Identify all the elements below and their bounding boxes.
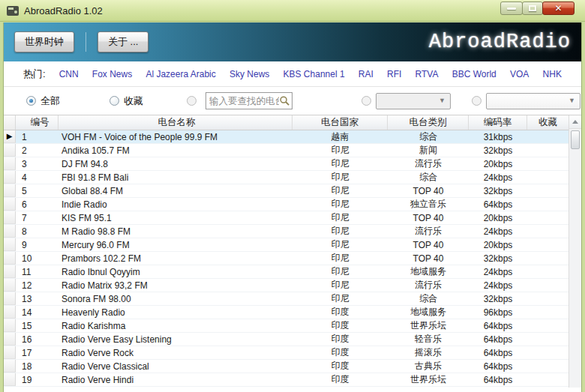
cell-bitrate: 24kbps bbox=[469, 279, 527, 292]
hot-link-voa[interactable]: VOA bbox=[510, 69, 529, 79]
row-selector-cell[interactable] bbox=[4, 265, 16, 278]
filter-category-radio[interactable] bbox=[472, 96, 482, 106]
cell-number: 13 bbox=[16, 292, 58, 305]
header-station-name[interactable]: 电台名称 bbox=[58, 115, 292, 130]
scrollbar-thumb[interactable] bbox=[571, 130, 580, 149]
filter-country-radio[interactable] bbox=[362, 96, 371, 106]
radio-disabled-icon bbox=[472, 96, 482, 106]
about-button[interactable]: 关于 ... bbox=[98, 31, 148, 52]
table-row[interactable]: 7 KIS FM 95.1 印尼 TOP 40 20kbps bbox=[4, 211, 568, 225]
hot-link-rai[interactable]: RAI bbox=[358, 69, 374, 79]
header-bitrate[interactable]: 编码率 bbox=[469, 115, 527, 130]
cell-country: 印尼 bbox=[292, 279, 388, 292]
table-row[interactable]: 18 Radio Verve Classical 印度 古典乐 64kbps bbox=[4, 360, 568, 373]
table-row[interactable]: 12 Radio Matrix 93,2 FM 印尼 流行乐 24kbps bbox=[4, 279, 568, 292]
table-row[interactable]: 17 Radio Verve Rock 印度 摇滚乐 64kbps bbox=[4, 346, 568, 360]
row-selector-cell[interactable] bbox=[4, 319, 16, 332]
close-button[interactable]: ✕ bbox=[542, 1, 574, 15]
cell-station-name: Heavenly Radio bbox=[58, 306, 292, 319]
filter-favorites-radio[interactable]: 收藏 bbox=[110, 94, 143, 108]
row-selector-cell[interactable] bbox=[4, 238, 16, 251]
row-selector-cell[interactable] bbox=[4, 279, 16, 292]
hot-link-al-jazeera-arabic[interactable]: Al Jazeera Arabic bbox=[146, 69, 215, 79]
cell-category: 综合 bbox=[388, 130, 469, 143]
cell-favorite bbox=[527, 130, 568, 143]
station-search-input[interactable] bbox=[209, 96, 279, 106]
cell-country: 印尼 bbox=[292, 144, 388, 157]
header-country[interactable]: 电台国家 bbox=[292, 115, 388, 130]
table-row[interactable]: 3 DJ FM 94.8 印尼 流行乐 20kbps bbox=[4, 157, 568, 171]
cell-number: 15 bbox=[16, 319, 58, 332]
hot-link-rfi[interactable]: RFI bbox=[387, 69, 401, 79]
header-category[interactable]: 电台类别 bbox=[388, 115, 469, 130]
cell-favorite bbox=[527, 211, 568, 224]
hot-link-fox-news[interactable]: Fox News bbox=[92, 69, 132, 79]
row-selector-cell[interactable] bbox=[4, 306, 16, 319]
table-row[interactable]: 10 Prambors 102.2 FM 印尼 TOP 40 32kbps bbox=[4, 252, 568, 265]
table-row[interactable]: 15 Radio Karishma 印度 世界乐坛 64kbps bbox=[4, 319, 568, 333]
table-row[interactable]: ▶ 1 VOH FM - Voice of the People 99.9 FM… bbox=[4, 130, 568, 144]
row-selector-cell[interactable] bbox=[4, 225, 16, 238]
cell-country: 印度 bbox=[292, 319, 388, 332]
cell-favorite bbox=[527, 279, 568, 292]
cell-country: 印度 bbox=[292, 360, 388, 373]
window-content: 世界时钟 关于 ... AbroadRadio 热门: CNNFox NewsA… bbox=[3, 22, 582, 392]
row-selector-cell[interactable] bbox=[4, 346, 16, 359]
table-row[interactable]: 6 Indie Radio 印尼 独立音乐 64kbps bbox=[4, 198, 568, 211]
search-magnifier-icon[interactable] bbox=[279, 95, 290, 106]
close-icon: ✕ bbox=[554, 3, 562, 13]
table-row[interactable]: 4 FBI 91.8 FM Bali 印尼 综合 24kbps bbox=[4, 171, 568, 184]
cell-bitrate: 24kbps bbox=[469, 225, 527, 238]
cell-country: 越南 bbox=[292, 130, 388, 143]
table-row[interactable]: 8 M Radio 98.8 FM 印尼 流行乐 24kbps bbox=[4, 225, 568, 238]
title-bar[interactable]: AbroadRadio 1.02 ✕ bbox=[0, 0, 585, 22]
maximize-button[interactable] bbox=[522, 1, 543, 15]
world-clock-button[interactable]: 世界时钟 bbox=[14, 31, 74, 52]
row-selector-cell[interactable] bbox=[4, 144, 16, 157]
table-row[interactable]: 2 Andika 105.7 FM 印尼 新闻 32kbps bbox=[4, 144, 568, 157]
category-dropdown[interactable]: ▼ bbox=[486, 93, 580, 109]
table-row[interactable]: 13 Sonora FM 98.00 印尼 综合 32kbps bbox=[4, 292, 568, 306]
table-row[interactable]: 14 Heavenly Radio 印度 地域服务 96kbps bbox=[4, 306, 568, 319]
country-dropdown[interactable]: ▼ bbox=[376, 93, 451, 109]
hot-link-cnn[interactable]: CNN bbox=[59, 69, 79, 79]
table-row[interactable]: 11 Radio Ibnul Qoyyim 印尼 地域服务 24kbps bbox=[4, 265, 568, 279]
row-selector-cell[interactable] bbox=[4, 252, 16, 265]
cell-station-name: Radio Karishma bbox=[58, 319, 292, 332]
row-selector-cell[interactable] bbox=[4, 333, 16, 346]
row-selector-cell[interactable] bbox=[4, 373, 16, 386]
cell-favorite bbox=[527, 373, 568, 386]
filter-all-radio[interactable]: 全部 bbox=[26, 94, 60, 108]
row-selector-cell[interactable] bbox=[4, 360, 16, 373]
table-row[interactable]: 9 Mercury 96.0 FM 印尼 TOP 40 20kbps bbox=[4, 238, 568, 252]
row-selector-cell[interactable] bbox=[4, 184, 16, 197]
cell-country: 印度 bbox=[292, 333, 388, 346]
row-selector-cell[interactable] bbox=[4, 198, 16, 211]
hot-link-sky-news[interactable]: Sky News bbox=[230, 69, 269, 79]
vertical-scrollbar[interactable] bbox=[568, 115, 581, 388]
cell-country: 印度 bbox=[292, 306, 388, 319]
hot-link-kbs-channel-1[interactable]: KBS Channel 1 bbox=[284, 69, 345, 79]
row-selector-cell[interactable] bbox=[4, 211, 16, 224]
header-favorite[interactable]: 收藏 bbox=[527, 115, 568, 130]
row-selector-cell[interactable] bbox=[4, 157, 16, 170]
cell-bitrate: 32kbps bbox=[469, 184, 527, 197]
hot-link-nhk[interactable]: NHK bbox=[543, 69, 562, 79]
cell-category: 新闻 bbox=[388, 144, 469, 157]
cell-category: 世界乐坛 bbox=[388, 319, 469, 332]
table-row[interactable]: 19 Radio Verve Hindi 印度 世界乐坛 64kbps bbox=[4, 373, 568, 387]
header-number[interactable]: 编号 bbox=[16, 115, 58, 130]
minimize-button[interactable] bbox=[500, 1, 523, 15]
row-selector-cell[interactable]: ▶ bbox=[4, 130, 16, 143]
hot-link-bbc-world[interactable]: BBC World bbox=[452, 69, 496, 79]
filter-search-radio[interactable] bbox=[187, 96, 196, 106]
row-selector-cell[interactable] bbox=[4, 171, 16, 184]
hot-link-rtva[interactable]: RTVA bbox=[416, 69, 439, 79]
table-row[interactable]: 16 Radio Verve Easy Listening 印度 轻音乐 64k… bbox=[4, 333, 568, 346]
radio-unchecked-icon bbox=[110, 96, 119, 106]
row-selector-cell[interactable] bbox=[4, 292, 16, 305]
cell-category: TOP 40 bbox=[388, 238, 469, 251]
table-row[interactable]: 5 Global 88.4 FM 印尼 TOP 40 32kbps bbox=[4, 184, 568, 198]
cell-bitrate: 64kbps bbox=[469, 360, 527, 373]
scroll-up-button[interactable] bbox=[569, 115, 581, 129]
